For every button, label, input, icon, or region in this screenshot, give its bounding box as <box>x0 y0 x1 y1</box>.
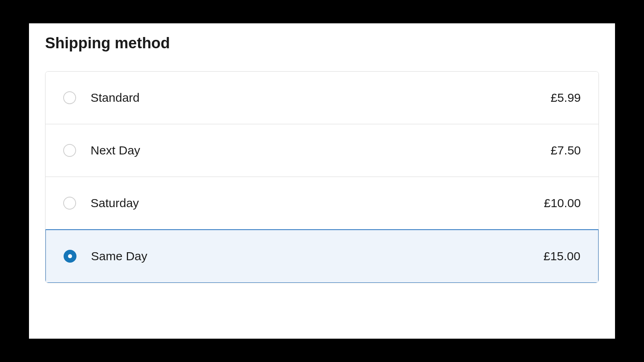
shipping-option-same-day[interactable]: Same Day £15.00 <box>45 229 599 283</box>
radio-icon <box>63 91 76 104</box>
option-label: Saturday <box>91 196 139 210</box>
radio-icon <box>63 197 76 210</box>
option-price: £7.50 <box>551 144 581 157</box>
shipping-option-saturday[interactable]: Saturday £10.00 <box>45 177 599 230</box>
shipping-option-next-day[interactable]: Next Day £7.50 <box>45 124 599 177</box>
option-price: £15.00 <box>543 249 580 263</box>
shipping-options-group: Standard £5.99 Next Day £7.50 Saturday £… <box>45 71 599 283</box>
option-label: Next Day <box>91 144 140 157</box>
shipping-method-panel: Shipping method Standard £5.99 Next Day … <box>29 23 615 339</box>
option-price: £5.99 <box>551 91 581 105</box>
shipping-option-standard[interactable]: Standard £5.99 <box>45 72 599 124</box>
option-label: Standard <box>91 91 140 105</box>
radio-icon <box>64 250 76 263</box>
section-title: Shipping method <box>45 35 599 52</box>
option-price: £10.00 <box>544 196 581 210</box>
radio-icon <box>63 144 76 157</box>
option-label: Same Day <box>91 249 147 263</box>
